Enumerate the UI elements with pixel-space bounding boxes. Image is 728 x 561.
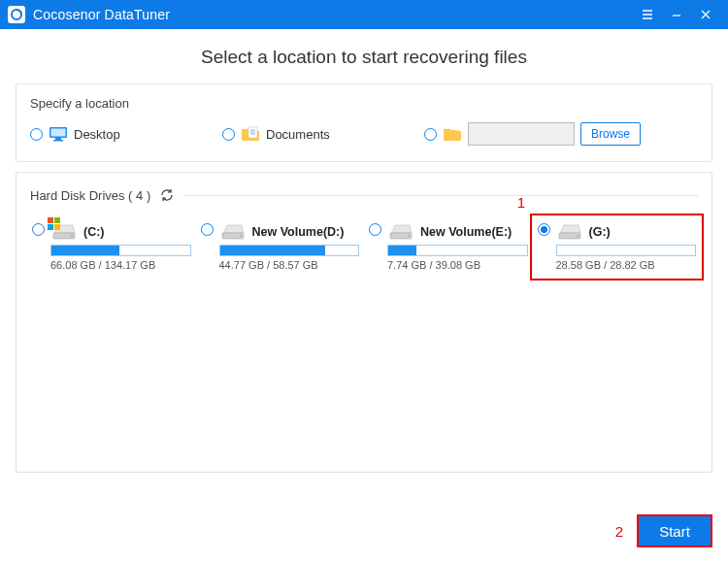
location-custom[interactable]: Browse — [424, 122, 641, 146]
svg-rect-9 — [54, 224, 60, 230]
svg-point-17 — [577, 235, 579, 237]
drive-item[interactable]: New Volume(E:) 7.74 GB / 39.08 GB — [367, 219, 530, 275]
titlebar: Cocosenor DataTuner — [0, 0, 728, 29]
drive-size: 28.58 GB / 28.82 GB — [556, 259, 697, 271]
svg-rect-4 — [53, 140, 63, 142]
app-title: Cocosenor DataTuner — [33, 7, 170, 22]
drive-icon — [387, 223, 414, 241]
page-heading: Select a location to start recovering fi… — [0, 29, 728, 83]
drive-item[interactable]: New Volume(D:) 44.77 GB / 58.57 GB — [199, 219, 362, 275]
svg-rect-7 — [54, 217, 60, 223]
radio-drive[interactable] — [201, 223, 214, 236]
svg-rect-6 — [48, 217, 53, 223]
location-desktop-label: Desktop — [74, 127, 120, 142]
location-documents[interactable]: Documents — [222, 125, 416, 143]
radio-drive[interactable] — [538, 223, 550, 236]
svg-rect-2 — [51, 129, 66, 137]
drive-icon — [556, 223, 583, 241]
drive-item[interactable]: (G:) 28.58 GB / 28.82 GB — [536, 219, 699, 275]
svg-point-13 — [240, 235, 242, 237]
radio-drive[interactable] — [32, 223, 45, 236]
svg-rect-8 — [48, 224, 53, 230]
radio-desktop[interactable] — [30, 128, 43, 141]
app-logo — [8, 6, 25, 23]
minimize-button[interactable] — [662, 0, 691, 29]
documents-icon — [241, 125, 260, 143]
drive-icon — [219, 223, 247, 241]
location-desktop[interactable]: Desktop — [30, 125, 215, 143]
drives-panel: Hard Disk Drives ( 4 ) (C:) 66.08 GB / 1… — [16, 172, 712, 473]
usage-bar — [219, 245, 360, 256]
drive-name: (G:) — [589, 225, 611, 239]
usage-bar — [50, 245, 191, 256]
svg-rect-3 — [55, 138, 61, 140]
usage-bar — [556, 245, 697, 256]
drives-panel-title: Hard Disk Drives ( 4 ) — [30, 188, 150, 203]
menu-button[interactable] — [633, 0, 662, 29]
usage-bar — [387, 245, 528, 256]
annotation-2: 2 — [615, 523, 623, 540]
svg-point-11 — [71, 235, 73, 237]
drive-size: 66.08 GB / 134.17 GB — [50, 259, 191, 271]
radio-documents[interactable] — [222, 128, 235, 141]
browse-button[interactable]: Browse — [580, 122, 641, 146]
location-panel: Specify a location Desktop — [16, 83, 712, 162]
close-button[interactable] — [691, 0, 720, 29]
drive-name: New Volume(E:) — [420, 225, 512, 239]
footer: 2 Start — [615, 514, 712, 547]
radio-drive[interactable] — [369, 223, 381, 236]
radio-custom[interactable] — [424, 128, 437, 141]
custom-path-input[interactable] — [468, 122, 575, 146]
windows-icon — [48, 217, 61, 234]
desktop-icon — [49, 125, 68, 143]
location-documents-label: Documents — [266, 127, 330, 142]
refresh-icon[interactable] — [158, 186, 176, 204]
drive-name: (C:) — [83, 225, 105, 239]
start-button[interactable]: Start — [637, 514, 712, 547]
drive-size: 44.77 GB / 58.57 GB — [219, 259, 360, 271]
folder-icon — [443, 126, 462, 142]
drive-item[interactable]: (C:) 66.08 GB / 134.17 GB — [30, 219, 193, 275]
drive-size: 7.74 GB / 39.08 GB — [387, 259, 528, 271]
divider — [183, 195, 698, 196]
location-panel-title: Specify a location — [30, 96, 698, 111]
drive-name: New Volume(D:) — [252, 225, 345, 239]
annotation-1: 1 — [517, 194, 525, 211]
svg-point-15 — [408, 235, 410, 237]
